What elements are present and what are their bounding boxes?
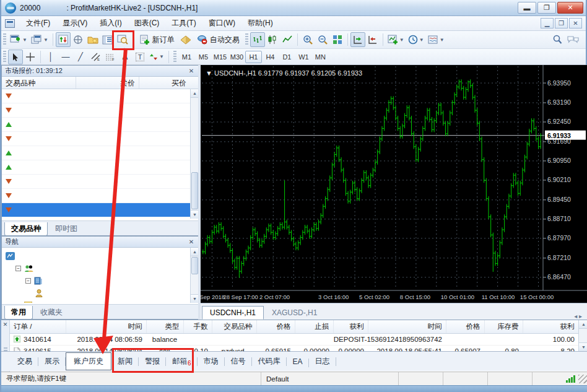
candlestick-button[interactable] [265,32,280,47]
menu-item-3[interactable]: 图表(C) [128,17,166,30]
terminal-col-9[interactable]: 价格 [446,320,484,334]
navigator-titlebar[interactable]: 导航 ✕ [2,237,199,248]
terminal-col-3[interactable]: 手数 [183,320,212,334]
chart-tab-0[interactable]: USDCNH-,H1 [202,306,264,320]
terminal-col-0[interactable]: 订单 / [10,320,66,334]
child-minimize-button[interactable]: ▁ [541,18,554,28]
terminal-col-6[interactable]: 止损 [295,320,333,334]
menu-item-6[interactable]: 帮助(H) [241,17,279,30]
terminal-col-11[interactable]: 获利 [523,320,578,334]
market-watch-row-usdchf[interactable] [2,146,199,160]
chat-button[interactable] [565,32,581,47]
market-watch-scrollbar[interactable]: ▲ ▼ [190,89,199,219]
menu-item-0[interactable]: 文件(F) [20,17,56,30]
col-bid[interactable]: 卖价 [76,77,139,89]
shift-chart-button[interactable] [350,32,365,47]
search-button[interactable] [550,32,565,47]
terminal-tab-2[interactable]: 账户历史 [66,352,111,370]
new-chart-button[interactable]: ▼ [8,32,29,47]
fibonacci-button[interactable]: F [103,50,118,64]
tree-item-4[interactable]: +f [2,299,199,303]
line-chart-button[interactable] [280,32,295,47]
terminal-tab-6[interactable]: 市场 [198,354,225,369]
vertical-line-button[interactable]: │ [43,50,58,64]
terminal-col-10[interactable]: 库存费 [484,320,523,334]
terminal-col-7[interactable]: 获利 [333,320,368,334]
timeframe-button-m5[interactable]: M5 [195,51,212,63]
navigator-button[interactable] [85,32,100,47]
terminal-tab-1[interactable]: 展示 [38,354,66,369]
col-symbol[interactable]: 交易品种 [2,77,76,89]
menu-item-1[interactable]: 显示(V) [56,17,93,30]
market-watch-tab-0[interactable]: 交易品种 [4,222,48,236]
close-icon[interactable]: ✕ [187,238,196,245]
timeframe-button-d1[interactable]: D1 [279,51,295,63]
bar-chart-button[interactable] [250,32,265,47]
close-button[interactable]: ✕ [557,2,583,14]
market-watch-row-usdcad[interactable] [2,118,199,132]
market-watch-titlebar[interactable]: 市场报价: 01:39:12 ✕ [2,66,199,77]
metaeditor-button[interactable] [178,32,193,47]
text-label-button[interactable]: T [133,50,147,64]
market-watch-row-xauusd[interactable] [2,203,199,217]
timeframe-button-mn[interactable]: MN [312,51,329,63]
text-tool-button[interactable]: A [118,50,133,64]
tile-windows-button[interactable] [330,32,345,47]
terminal-scrollbar[interactable]: ▲ ▼ [578,320,587,351]
market-watch-tab-1[interactable]: 即时图 [49,222,84,235]
crosshair-tool-button[interactable] [23,50,38,64]
terminal-tab-4[interactable]: 警报 [139,354,166,369]
terminal-tab-8[interactable]: 代码库 [252,354,287,369]
expand-icon[interactable]: + [15,303,21,303]
templates-button[interactable]: ▼ [426,32,446,47]
timeframe-button-w1[interactable]: W1 [295,51,312,63]
child-restore-button[interactable]: ❐ [555,18,568,28]
chart-tab-1[interactable]: XAGUSD-,H1 [264,306,325,320]
tree-item-1[interactable]: − [2,262,199,274]
tree-item-0[interactable] [2,250,199,262]
minimize-button[interactable]: ▬ [518,2,536,14]
market-watch-row-eurjpy[interactable] [2,89,199,103]
terminal-col-2[interactable]: 类型 [146,320,183,334]
autotrading-button[interactable]: 自动交易 [193,32,243,47]
periods-button[interactable]: ▼ [406,32,426,47]
toolbar-grip[interactable] [3,33,6,46]
auto-scroll-button[interactable] [365,32,380,47]
terminal-tab-9[interactable]: EA [287,355,309,368]
terminal-col-1[interactable]: 时间 [66,320,146,334]
navigator-tab-1[interactable]: 收藏夹 [34,306,69,319]
terminal-row-3410615[interactable]: 34106152018.09.14 08:08:04sell0.10nzdusd… [10,346,578,352]
resize-grip[interactable] [578,375,587,383]
menu-item-2[interactable]: 插入(I) [93,17,128,30]
terminal-button[interactable] [100,32,115,47]
terminal-row-3410614[interactable]: 34106142018.09.14 08:06:59balanceDEPOSIT… [10,334,578,346]
menu-item-4[interactable]: 工具(T) [165,17,202,30]
status-profile[interactable]: Default [261,372,399,385]
market-watch-row-usdjpy[interactable] [2,175,199,189]
menu-item-5[interactable]: 窗口(W) [202,17,241,30]
market-watch-button[interactable] [56,32,71,47]
collapse-icon[interactable]: − [15,266,21,271]
indicators-button[interactable]: ▼ [386,32,406,47]
close-icon[interactable]: ✕ [1,320,9,328]
terminal-col-4[interactable]: 交易品种 [212,320,256,334]
market-watch-row-audusd[interactable] [2,160,199,175]
new-order-button[interactable]: 新订单 [136,32,178,47]
terminal-tab-3[interactable]: 新闻 [111,354,139,369]
strategy-tester-button[interactable] [115,32,130,47]
close-icon[interactable]: ✕ [187,68,196,74]
profiles-button[interactable]: ▼ [29,32,50,47]
market-watch-row-xagusd[interactable] [2,189,199,203]
col-ask[interactable]: 买价 [139,77,190,89]
chart-tab-scroll-arrows[interactable]: ◂ ▸ [574,313,587,320]
child-close-button[interactable]: ✕ [569,18,582,28]
zoom-out-button[interactable] [315,32,330,47]
timeframe-button-m30[interactable]: M30 [228,51,245,63]
timeframe-button-m15[interactable]: M15 [212,51,228,63]
terminal-col-5[interactable]: 价格 [256,320,295,334]
data-window-button[interactable] [71,32,85,47]
channel-button[interactable]: E [88,50,103,64]
collapse-icon[interactable]: − [25,278,31,284]
terminal-tab-10[interactable]: 日志 [309,354,336,369]
horizontal-line-button[interactable]: — [58,50,73,64]
